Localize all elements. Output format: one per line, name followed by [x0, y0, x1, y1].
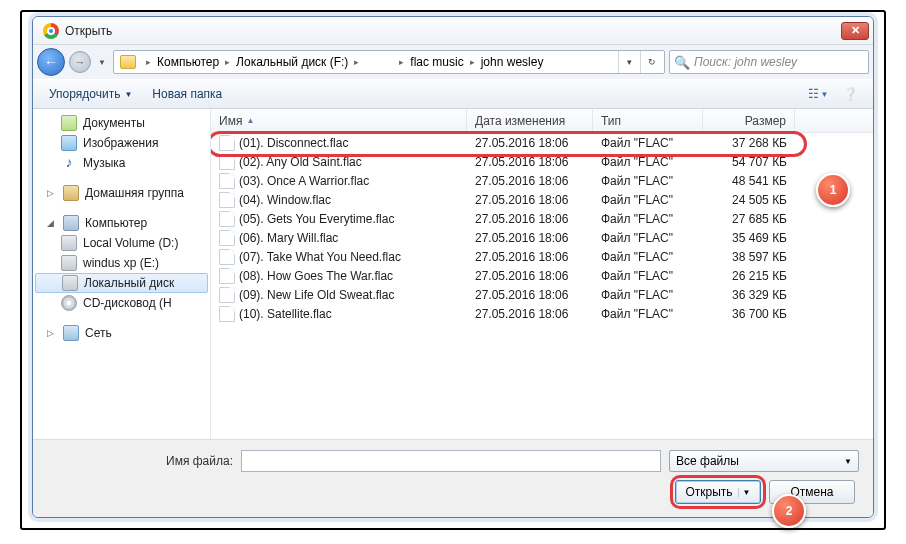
collapse-icon[interactable]: ◢ [47, 218, 57, 228]
file-row[interactable]: (05). Gets You Everytime.flac27.05.2016 … [211, 209, 873, 228]
file-row[interactable]: (10). Satellite.flac27.05.2016 18:06Файл… [211, 304, 873, 323]
file-row[interactable]: (04). Window.flac27.05.2016 18:06Файл "F… [211, 190, 873, 209]
sidebar-item-music[interactable]: ♪Музыка [33, 153, 210, 173]
refresh-button[interactable]: ↻ [640, 51, 662, 73]
col-size[interactable]: Размер [703, 109, 795, 132]
filename-label: Имя файла: [47, 454, 233, 468]
file-date: 27.05.2016 18:06 [467, 193, 593, 207]
organize-button[interactable]: Упорядочить▼ [41, 85, 140, 103]
view-mode-button[interactable]: ☷▼ [803, 83, 833, 105]
forward-button[interactable]: → [69, 51, 91, 73]
file-name: (09). New Life Old Sweat.flac [239, 288, 394, 302]
address-dropdown[interactable]: ▾ [618, 51, 640, 73]
chevron-right-icon[interactable]: ▸ [468, 57, 477, 67]
drive-icon [61, 235, 77, 251]
documents-icon [61, 115, 77, 131]
col-name[interactable]: Имя▲ [211, 109, 467, 132]
file-size: 36 329 КБ [703, 288, 795, 302]
file-size: 24 505 КБ [703, 193, 795, 207]
titlebar: Открыть ✕ [33, 17, 873, 45]
file-type: Файл "FLAC" [593, 155, 703, 169]
expand-icon[interactable]: ▷ [47, 188, 57, 198]
file-row[interactable]: (07). Take What You Need.flac27.05.2016 … [211, 247, 873, 266]
file-row[interactable]: (03). Once A Warrior.flac27.05.2016 18:0… [211, 171, 873, 190]
file-name: (01). Disconnect.flac [239, 136, 348, 150]
sidebar-item-images[interactable]: Изображения [33, 133, 210, 153]
file-name: (04). Window.flac [239, 193, 331, 207]
file-row[interactable]: (09). New Life Old Sweat.flac27.05.2016 … [211, 285, 873, 304]
breadcrumb-seg[interactable]: john wesley [477, 51, 548, 73]
sidebar-item-drive-f[interactable]: Локальный диск [35, 273, 208, 293]
file-date: 27.05.2016 18:06 [467, 136, 593, 150]
file-type: Файл "FLAC" [593, 212, 703, 226]
search-icon: 🔍 [674, 55, 690, 70]
breadcrumb-seg[interactable]: flac music [406, 51, 467, 73]
file-size: 26 215 КБ [703, 269, 795, 283]
chevron-right-icon[interactable]: ▸ [223, 57, 232, 67]
file-row[interactable]: (02). Any Old Saint.flac27.05.2016 18:06… [211, 152, 873, 171]
new-folder-button[interactable]: Новая папка [144, 85, 230, 103]
sort-asc-icon: ▲ [246, 116, 254, 125]
chevron-right-icon[interactable]: ▸ [144, 57, 153, 67]
file-type: Файл "FLAC" [593, 174, 703, 188]
address-bar[interactable]: ▸ Компьютер ▸ Локальный диск (F:) ▸ ▸ fl… [113, 50, 665, 74]
sidebar-item-drive-d[interactable]: Local Volume (D:) [33, 233, 210, 253]
folder-icon [120, 55, 136, 69]
bottom-panel: Имя файла: Все файлы▼ Открыть▼ Отмена [33, 439, 873, 517]
col-date[interactable]: Дата изменения [467, 109, 593, 132]
sidebar-item-documents[interactable]: Документы [33, 113, 210, 133]
cd-icon [61, 295, 77, 311]
file-name: (03). Once A Warrior.flac [239, 174, 369, 188]
drive-icon [61, 255, 77, 271]
file-icon [219, 268, 235, 284]
sidebar-item-computer[interactable]: ◢Компьютер [33, 213, 210, 233]
history-dropdown[interactable]: ▼ [95, 58, 109, 67]
file-name: (02). Any Old Saint.flac [239, 155, 362, 169]
open-dialog: Открыть ✕ ← → ▼ ▸ Компьютер ▸ Локальный … [32, 16, 874, 518]
file-size: 54 707 КБ [703, 155, 795, 169]
sidebar-item-cd[interactable]: CD-дисковод (H [33, 293, 210, 313]
file-type: Файл "FLAC" [593, 288, 703, 302]
sidebar-item-network[interactable]: ▷Сеть [33, 323, 210, 343]
file-icon [219, 230, 235, 246]
sidebar-item-homegroup[interactable]: ▷Домашняя группа [33, 183, 210, 203]
file-row[interactable]: (01). Disconnect.flac27.05.2016 18:06Фай… [211, 133, 873, 152]
close-button[interactable]: ✕ [841, 22, 869, 40]
expand-icon[interactable]: ▷ [47, 328, 57, 338]
sidebar: Документы Изображения ♪Музыка ▷Домашняя … [33, 109, 211, 439]
file-type: Файл "FLAC" [593, 307, 703, 321]
file-type: Файл "FLAC" [593, 231, 703, 245]
file-size: 37 268 КБ [703, 136, 795, 150]
toolbar: Упорядочить▼ Новая папка ☷▼ ❔ [33, 79, 873, 109]
filename-input[interactable] [241, 450, 661, 472]
images-icon [61, 135, 77, 151]
file-row[interactable]: (08). How Goes The War.flac27.05.2016 18… [211, 266, 873, 285]
breadcrumb-seg[interactable]: Локальный диск (F:) [232, 51, 352, 73]
chevron-right-icon[interactable]: ▸ [397, 57, 406, 67]
file-icon [219, 192, 235, 208]
file-icon [219, 173, 235, 189]
back-button[interactable]: ← [37, 48, 65, 76]
open-button[interactable]: Открыть▼ [675, 480, 761, 504]
file-icon [219, 306, 235, 322]
breadcrumb-seg[interactable]: Компьютер [153, 51, 223, 73]
search-placeholder: Поиск: john wesley [694, 55, 797, 69]
file-type-filter[interactable]: Все файлы▼ [669, 450, 859, 472]
file-row[interactable]: (06). Mary Will.flac27.05.2016 18:06Файл… [211, 228, 873, 247]
file-size: 35 469 КБ [703, 231, 795, 245]
file-type: Файл "FLAC" [593, 250, 703, 264]
col-type[interactable]: Тип [593, 109, 703, 132]
file-name: (06). Mary Will.flac [239, 231, 338, 245]
file-name: (10). Satellite.flac [239, 307, 332, 321]
search-box[interactable]: 🔍 Поиск: john wesley [669, 50, 869, 74]
sidebar-item-drive-e[interactable]: windus xp (E:) [33, 253, 210, 273]
breadcrumb-seg[interactable] [361, 51, 397, 73]
file-size: 27 685 КБ [703, 212, 795, 226]
file-list: Имя▲ Дата изменения Тип Размер (01). Dis… [211, 109, 873, 439]
annotation-callout-1: 1 [816, 173, 850, 207]
chevron-right-icon[interactable]: ▸ [352, 57, 361, 67]
help-button[interactable]: ❔ [835, 83, 865, 105]
file-size: 38 597 КБ [703, 250, 795, 264]
file-date: 27.05.2016 18:06 [467, 269, 593, 283]
window-title: Открыть [65, 24, 839, 38]
